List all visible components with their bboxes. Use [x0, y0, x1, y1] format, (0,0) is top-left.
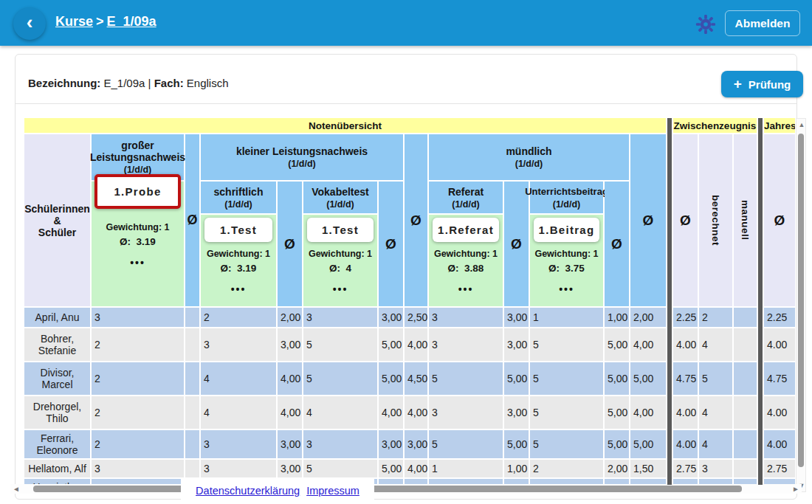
average-cell: 5,00: [379, 328, 403, 361]
average-cell: 4,00: [405, 396, 427, 429]
settings-gear-icon[interactable]: [695, 14, 716, 35]
grade-cell[interactable]: 3: [303, 308, 377, 327]
footer: Datenschutzerklärung Impressum: [181, 479, 374, 502]
imprint-link[interactable]: Impressum: [306, 485, 359, 497]
grade-cell[interactable]: 3: [92, 460, 184, 477]
grade-table: Notenübersicht Zwischenzeugnis Jahreszeu…: [24, 118, 795, 485]
plus-icon: +: [734, 76, 742, 92]
vokabeltest-average: Ø: 4: [329, 263, 351, 274]
average-cell: 5,00: [605, 396, 629, 429]
exam-button-schriftlich-test[interactable]: 1.Test: [204, 218, 272, 242]
grade-cell[interactable]: 5: [303, 328, 377, 361]
table-row: Bohrer, Stefanie233,0055,004,0033,0055,0…: [24, 328, 795, 361]
grosser-menu-dots-icon[interactable]: •••: [130, 257, 145, 269]
grade-cell[interactable]: 5: [303, 460, 377, 477]
grade-cell[interactable]: 3: [92, 308, 184, 327]
top-bar: ‹ Kurse>E_1/09a: [0, 0, 812, 46]
grade-cell[interactable]: 2: [92, 396, 184, 429]
average-cell: 4.00: [764, 430, 795, 458]
add-exam-button[interactable]: + Prüfung: [721, 71, 803, 97]
grade-cell[interactable]: 3: [303, 430, 377, 458]
vertical-scrollbar-thumb[interactable]: [798, 134, 804, 467]
grade-cell[interactable]: 2: [92, 328, 184, 361]
grade-cell[interactable]: 3: [429, 308, 503, 327]
grade-cell[interactable]: 2: [92, 362, 184, 395]
average-cell: 2,50: [405, 308, 427, 327]
student-name-cell: Divisor, Marcel: [24, 362, 90, 395]
vokabeltest-gewichtung: Gewichtung: 1: [309, 249, 372, 259]
section-divider-bar: [667, 118, 672, 485]
average-cell: 4,00: [630, 396, 666, 429]
grade-cell[interactable]: 5: [303, 362, 377, 395]
average-cell: 4.75: [673, 362, 698, 395]
average-cell: 2,00: [605, 460, 629, 477]
average-cell: 4,00: [405, 328, 427, 361]
back-button[interactable]: ‹: [13, 7, 46, 40]
grade-cell[interactable]: 2: [530, 460, 603, 477]
average-cell: 5,00: [605, 362, 629, 395]
manuell-column-header: manuell: [734, 134, 757, 306]
grade-cell[interactable]: 3: [429, 396, 503, 429]
table-row: Hellatom, Alf333,0055,004,0011,0022,001,…: [24, 460, 795, 477]
grade-cell[interactable]: 2: [201, 308, 276, 327]
grade-cell[interactable]: 5: [530, 396, 603, 429]
scroll-right-arrow-icon[interactable]: ►: [792, 485, 799, 493]
referat-weight-key: (1/d/d): [452, 199, 480, 210]
column-schriftlich: schriftlich (1/d/d): [201, 182, 276, 213]
average-cell: 3,00: [504, 396, 529, 429]
logout-button[interactable]: Abmelden: [725, 10, 800, 36]
grade-cell[interactable]: 5: [429, 430, 503, 458]
breadcrumb-course-link[interactable]: E_1/09a: [107, 14, 156, 29]
average-cell: 3,00: [405, 430, 427, 458]
horizontal-scrollbar-thumb[interactable]: [33, 486, 742, 492]
student-name-cell: Bohrer, Stefanie: [24, 328, 90, 361]
grade-cell[interactable]: 5: [530, 430, 603, 458]
average-cell: 4.00: [673, 328, 698, 361]
grade-cell[interactable]: 4: [201, 396, 276, 429]
exam-button-referat[interactable]: 1.Referat: [433, 218, 499, 242]
vokabeltest-menu-dots-icon[interactable]: •••: [333, 283, 348, 295]
grade-cell[interactable]: 5: [429, 362, 503, 395]
grade-cell[interactable]: 3: [201, 328, 276, 361]
subject-value: Englisch: [187, 77, 229, 89]
banner-notenuebersicht: Notenübersicht: [24, 118, 666, 133]
table-row: Drehorgel, Thilo244,0044,004,0033,0055,0…: [24, 396, 795, 429]
breadcrumb-separator: >: [93, 14, 107, 29]
referat-gewichtung: Gewichtung: 1: [434, 249, 498, 259]
average-cell: 2: [699, 308, 732, 327]
exam-button-probe-selected[interactable]: 1.Probe: [94, 174, 181, 209]
schriftlich-menu-dots-icon[interactable]: •••: [231, 283, 247, 295]
kleiner-avg-column-header: Ø: [405, 134, 427, 306]
grade-cell[interactable]: 4: [201, 362, 276, 395]
grade-cell[interactable]: 3: [201, 430, 276, 458]
average-cell: [734, 328, 757, 361]
breadcrumb-courses-link[interactable]: Kurse: [55, 14, 93, 29]
grade-cell[interactable]: 1: [530, 308, 603, 327]
exam-button-vokabel-test[interactable]: 1.Test: [307, 218, 374, 242]
referat-menu-dots-icon[interactable]: •••: [458, 283, 474, 295]
student-name-cell: April, Anu: [24, 308, 90, 327]
grade-cell[interactable]: 5: [530, 328, 603, 361]
grade-cell[interactable]: 3: [201, 460, 276, 477]
average-cell: 4,00: [630, 328, 666, 361]
scroll-left-arrow-icon[interactable]: ◄: [13, 485, 20, 493]
referat-avg-column-header: Ø: [504, 182, 529, 306]
grosser-title: großer Leistungsnachweis: [90, 139, 185, 163]
scroll-up-arrow-icon[interactable]: ▲: [798, 121, 805, 128]
grade-cell[interactable]: 1: [429, 460, 503, 477]
grade-cell[interactable]: 4: [303, 396, 377, 429]
grosser-gewichtung: Gewichtung: 1: [106, 222, 169, 232]
grade-cell[interactable]: 3: [429, 328, 503, 361]
column-unterrichtsbeitrag: Unterrichtsbeitrag (1/d/d): [530, 182, 603, 213]
average-cell: [185, 460, 199, 477]
grade-cell[interactable]: 2: [92, 430, 184, 458]
grade-cell[interactable]: 5: [530, 362, 603, 395]
exam-button-beitrag[interactable]: 1.Beitrag: [534, 218, 599, 242]
average-cell: 5,00: [379, 460, 403, 477]
average-cell: 3,00: [278, 430, 302, 458]
average-cell: [734, 362, 757, 395]
average-cell: 5,00: [605, 430, 629, 458]
average-cell: 2,00: [278, 308, 302, 327]
privacy-link[interactable]: Datenschutzerklärung: [196, 485, 300, 497]
beitrag-menu-dots-icon[interactable]: •••: [559, 283, 574, 295]
